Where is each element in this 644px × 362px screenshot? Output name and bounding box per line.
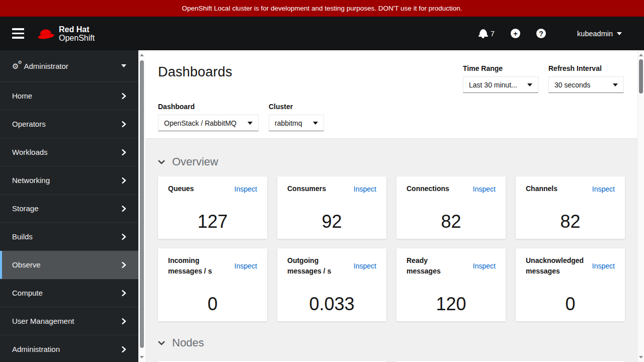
sidebar-item-label: Builds [12, 232, 33, 241]
chevron-right-icon [121, 318, 126, 324]
card-value: 120 [407, 294, 496, 321]
chevron-right-icon [121, 290, 126, 296]
card-title: Queues [168, 184, 194, 194]
dashboard-label: Dashboard [158, 103, 259, 111]
inspect-link[interactable]: Inspect [592, 262, 615, 270]
perspective-label: Administrator [24, 62, 68, 70]
scroll-up-arrow[interactable] [140, 54, 144, 56]
card-value: 0.033 [287, 294, 376, 321]
card-title: Consumers [287, 184, 326, 194]
chevron-right-icon [121, 177, 126, 184]
inspect-link[interactable]: Inspect [473, 262, 496, 270]
redhat-openshift-logo[interactable]: Red Hat OpenShift [37, 25, 95, 42]
quick-create-button[interactable]: + [511, 29, 520, 38]
card-title: Incoming messages / s [168, 255, 212, 277]
metric-card-unacknowledged-messages: Unacknowledged messages Inspect 0 [516, 248, 625, 321]
notifications-button[interactable]: 7 [479, 29, 495, 38]
brand-line1: Red Hat [59, 25, 95, 34]
time-range-select[interactable]: Last 30 minut... [463, 76, 538, 93]
scroll-down-arrow[interactable] [140, 356, 144, 358]
inspect-link[interactable]: Inspect [592, 185, 615, 193]
dashboard-value: OpenStack / RabbitMQ [164, 119, 236, 127]
section-title: Overview [172, 155, 218, 168]
inspect-link[interactable]: Inspect [354, 185, 376, 193]
sidebar-item-administration[interactable]: Administration [0, 335, 138, 362]
question-icon: ? [539, 30, 543, 37]
username: kubeadmin [577, 30, 613, 38]
refresh-interval-select[interactable]: 30 seconds [548, 76, 624, 93]
help-button[interactable]: ? [536, 29, 546, 38]
card-title: Unacknowledged messages [526, 255, 584, 277]
sidebar-item-workloads[interactable]: Workloads [0, 138, 138, 166]
collapse-chevron-icon[interactable] [158, 160, 165, 164]
card-value: 82 [526, 211, 615, 239]
bell-icon [479, 29, 487, 35]
inspect-link[interactable]: Inspect [234, 262, 257, 270]
brand-line2: OpenShift [59, 34, 95, 42]
scrollbar-thumb[interactable] [140, 60, 144, 348]
dev-preview-banner: OpenShift Local cluster is for developme… [0, 0, 644, 17]
sidebar-item-storage[interactable]: Storage [0, 195, 138, 223]
metric-card-ready-messages: Ready messages Inspect 120 [396, 248, 506, 321]
redhat-fedora-icon [37, 27, 54, 40]
card-value: 127 [168, 211, 257, 239]
sidebar-item-label: Observe [12, 260, 41, 269]
card-title: Connections [407, 184, 449, 194]
cluster-select[interactable]: rabbitmq [269, 115, 324, 131]
cluster-value: rabbitmq [275, 119, 302, 127]
inspect-link[interactable]: Inspect [234, 185, 257, 193]
scrollbar-thumb[interactable] [639, 59, 643, 94]
overview-cards-grid: Queues Inspect 127 Consumers Inspect 92 … [158, 176, 625, 321]
caret-down-icon [121, 64, 126, 67]
metric-card-channels: Channels Inspect 82 [516, 176, 625, 239]
scroll-down-arrow[interactable] [639, 356, 643, 358]
card-value: 92 [287, 211, 376, 239]
sidebar-item-label: Operators [12, 120, 46, 128]
metric-card-incoming-messages: Incoming messages / s Inspect 0 [158, 248, 267, 321]
user-menu[interactable]: kubeadmin [577, 30, 622, 38]
sidebar-nav: ⚙⚙ Administrator Home Operators Workload… [0, 50, 138, 362]
dashboard-body: Overview Queues Inspect 127 Consumers In… [145, 138, 637, 362]
sidebar-item-label: User Management [12, 317, 74, 325]
inspect-link[interactable]: Inspect [473, 185, 496, 193]
sidebar-item-label: Home [12, 92, 32, 100]
sidebar-item-user-management[interactable]: User Management [0, 307, 138, 335]
inspect-link[interactable]: Inspect [354, 262, 376, 270]
overview-section-header: Overview [158, 155, 625, 168]
sidebar-item-label: Storage [12, 204, 39, 213]
sidebar-item-builds[interactable]: Builds [0, 223, 138, 251]
brand-text: Red Hat OpenShift [59, 25, 95, 42]
time-range-value: Last 30 minut... [469, 81, 517, 89]
dashboard-select[interactable]: OpenStack / RabbitMQ [158, 115, 259, 131]
sidebar-item-home[interactable]: Home [0, 82, 138, 110]
chevron-right-icon [121, 93, 126, 99]
caret-down-icon [313, 122, 318, 125]
card-value: 0 [526, 294, 615, 321]
card-value: 0 [168, 294, 257, 321]
sidebar-item-operators[interactable]: Operators [0, 110, 138, 138]
masthead-toolbar: 7 + ? kubeadmin [479, 29, 622, 38]
perspective-switcher[interactable]: ⚙⚙ Administrator [0, 50, 138, 82]
main-scrollbar [637, 50, 644, 362]
main-content: Dashboards Time Range Last 30 minut... R… [145, 50, 637, 362]
collapse-chevron-icon[interactable] [158, 341, 165, 345]
hamburger-menu-icon[interactable] [12, 28, 24, 39]
sidebar-item-label: Networking [12, 176, 50, 185]
metric-card-queues: Queues Inspect 127 [158, 176, 267, 239]
sidebar-item-label: Administration [12, 345, 60, 353]
sidebar-item-label: Compute [12, 289, 43, 297]
sidebar-scrollbar [138, 50, 145, 362]
banner-text: OpenShift Local cluster is for developme… [182, 5, 462, 12]
card-title: Outgoing messages / s [287, 255, 331, 277]
sidebar-item-compute[interactable]: Compute [0, 279, 138, 307]
scroll-up-arrow[interactable] [639, 54, 643, 56]
metric-card-connections: Connections Inspect 82 [396, 176, 506, 239]
chevron-right-icon [121, 149, 126, 155]
page-title: Dashboards [158, 64, 232, 80]
masthead: Red Hat OpenShift 7 + ? kubeadmin [0, 17, 644, 50]
chevron-right-icon [121, 262, 126, 268]
sidebar-item-networking[interactable]: Networking [0, 166, 138, 195]
card-value: 82 [407, 211, 496, 239]
sidebar-item-observe[interactable]: Observe [0, 251, 138, 279]
caret-down-icon [613, 83, 618, 86]
